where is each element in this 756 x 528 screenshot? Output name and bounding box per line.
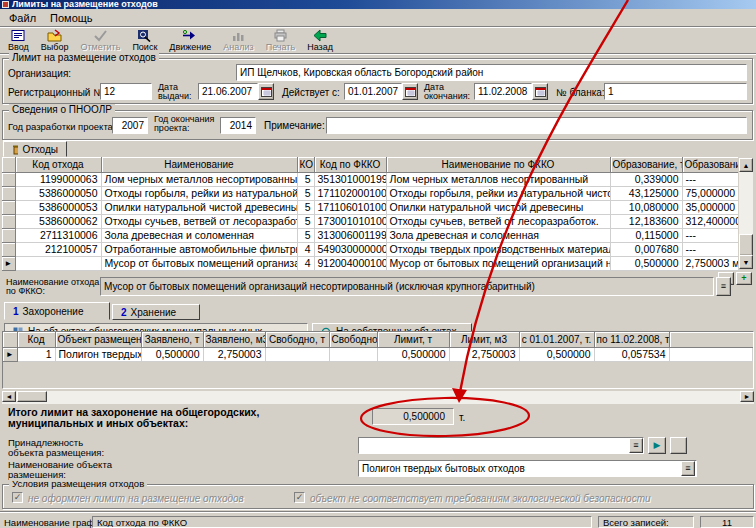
scroll-right-button[interactable]: ► [740, 391, 754, 402]
issue-date-label2: выдачи: [158, 92, 192, 101]
project-end-year-field[interactable]: 2014 [220, 117, 256, 134]
toolbar-button-movement[interactable]: Движение [163, 28, 217, 52]
end-date-field[interactable]: 11.02.2008 [474, 83, 532, 100]
conditions-group-title: Условия размещения отходов [9, 478, 147, 489]
tab-waste[interactable]: Отходы [3, 141, 67, 157]
organization-label: Организация: [8, 68, 71, 79]
tab-waste-label: Отходы [22, 144, 58, 155]
scrollbar-thumb[interactable] [17, 391, 47, 402]
object-name-list-button[interactable]: ≡ [681, 461, 695, 476]
column-header[interactable]: Свободно, м3 [329, 332, 377, 347]
toolbar-button-search[interactable]: Поиск [126, 28, 163, 52]
waste-bin-icon [12, 144, 18, 155]
column-header[interactable]: Объект размещения [55, 332, 141, 347]
column-header[interactable]: Лимит, м3 [449, 332, 519, 347]
column-header[interactable]: Наименование [101, 157, 297, 172]
column-header[interactable]: с 01.01.2007, т. [519, 332, 594, 347]
placement-row-selected[interactable]: ► 1 Полигон твердых быто 0,500000 2,7500… [3, 347, 753, 361]
belonging-extra-button[interactable] [670, 437, 687, 454]
scrollbar-thumb[interactable] [739, 234, 753, 256]
statusbar-column-label: Наименование графы: [4, 518, 104, 527]
end-date-calendar-button[interactable] [532, 83, 548, 100]
menu-file[interactable]: Файл [2, 10, 43, 26]
column-header[interactable]: Заявлено, т [141, 332, 203, 347]
fkko-expand-button[interactable]: ≡ [716, 277, 731, 296]
scroll-down-button[interactable]: ▼ [739, 255, 753, 269]
row-pointer-icon: ► [3, 347, 17, 361]
statusbar-total-value: 11 [700, 516, 754, 528]
scroll-left-button[interactable]: ◄ [2, 391, 16, 402]
total-limit-field: 0,500000 [372, 408, 454, 425]
pnoolr-group-title: Сведения о ПНООЛР [9, 104, 115, 115]
menu-help[interactable]: Помощь [43, 10, 100, 26]
statusbar-column-value: Код отхода по ФККО [92, 516, 592, 528]
column-header[interactable]: Лимит, т [377, 332, 449, 347]
table-row[interactable]: 212100057 Отработанные автомобильные фил… [2, 242, 738, 256]
issue-date-calendar-button[interactable] [258, 83, 274, 100]
column-header[interactable]: Код отхода [15, 157, 101, 172]
printer-icon [273, 29, 288, 42]
tab-storage[interactable]: 2 Хранение [112, 304, 200, 320]
toolbar-button-label: Назад [307, 42, 333, 52]
object-name-field[interactable]: Полигон твердых бытовых отходов [358, 460, 697, 477]
table-row[interactable]: 2711310006 Зола древесная и соломенная 5… [2, 228, 738, 242]
column-header[interactable]: Свободно, т [265, 332, 329, 347]
window-title: Лимиты на размещение отходов [12, 0, 158, 9]
statusbar-total-label: Всего записей: [598, 516, 694, 528]
title-bar: Лимиты на размещение отходов [0, 0, 756, 9]
table-row[interactable]: 1199000063 Лом черных металлов несортиро… [2, 172, 738, 186]
note-label: Примечание: [264, 120, 325, 131]
column-header[interactable]: Образование [682, 157, 738, 172]
add-record-button[interactable]: + [736, 272, 752, 285]
total-unit-label: т. [459, 412, 465, 423]
check-icon: ✓ [14, 493, 22, 502]
note-field[interactable] [326, 117, 747, 134]
toolbar-button-back[interactable]: Назад [301, 28, 339, 52]
placement-hscrollbar[interactable]: ◄ ► [2, 391, 754, 404]
table-row[interactable]: 5386000050 Отходы горбыля, рейки из нату… [2, 186, 738, 200]
tab-burial[interactable]: 1 Захоронение [4, 302, 110, 320]
belonging-list-button[interactable]: ≡ [629, 438, 643, 453]
column-header[interactable]: Код по ФККО [314, 157, 386, 172]
column-header [669, 332, 753, 347]
toolbar-button-input[interactable]: Ввод [2, 28, 35, 52]
toolbar-button-label: Ввод [8, 42, 29, 52]
blank-number-field[interactable]: 1 [604, 83, 747, 100]
valid-from-field[interactable]: 01.01.2007 [344, 83, 402, 100]
table-row-selected[interactable]: ► 9120040001 Мусор от бытовых помещений … [2, 256, 738, 270]
limit-group-title: Лимит на размещение отходов [9, 52, 159, 63]
table-row[interactable]: 5386000062 Отходы сучьев, ветвей от лесо… [2, 214, 738, 228]
movement-icon [182, 29, 198, 42]
toolbar-button-select[interactable]: Выбор [35, 28, 75, 52]
valid-from-calendar-button[interactable] [402, 83, 418, 100]
column-header[interactable]: Заявлено, м3 [203, 332, 265, 347]
analysis-icon [231, 29, 246, 42]
selector-header [3, 332, 17, 347]
belonging-field[interactable] [358, 437, 644, 454]
toolbar-button-label: Печать [266, 42, 295, 52]
scroll-up-button[interactable]: ▲ [739, 158, 753, 172]
toolbar-button-label: Движение [169, 42, 211, 52]
row-pointer-icon: ► [2, 256, 15, 270]
waste-table-vscrollbar[interactable]: ▲ ▼ [738, 157, 754, 270]
placement-panel: Код Объект размещения Заявлено, т Заявле… [2, 331, 754, 389]
project-end-year-label2: проекта: [154, 124, 189, 133]
fkko-name-label2: по ФККО: [6, 287, 45, 296]
column-header[interactable]: Наименование по ФККО [386, 157, 610, 172]
project-dev-year-field[interactable]: 2007 [112, 117, 148, 134]
calendar-icon [535, 86, 546, 97]
column-header[interactable]: Код [17, 332, 55, 347]
calendar-icon [261, 86, 272, 97]
registration-number-field[interactable]: 12 [100, 83, 152, 100]
column-header[interactable]: по 11.02.2008, т. [594, 332, 669, 347]
issue-date-field[interactable]: 21.06.2007 [198, 83, 258, 100]
organization-field[interactable]: ИП Щелчков, Кировская область Богородски… [236, 64, 747, 81]
column-header[interactable]: Образование, т [610, 157, 682, 172]
column-header[interactable]: КО [297, 157, 314, 172]
belonging-go-button[interactable]: ▶ [648, 437, 666, 454]
table-row[interactable]: 5386000053 Опилки натуральной чистой дре… [2, 200, 738, 214]
fkko-name-field: Мусор от бытовых помещений организаций н… [100, 277, 714, 296]
checkbox-eco-safety: ✓ [294, 492, 305, 503]
folder-select-icon [47, 29, 62, 42]
tab-burial-label: Захоронение [23, 306, 84, 317]
